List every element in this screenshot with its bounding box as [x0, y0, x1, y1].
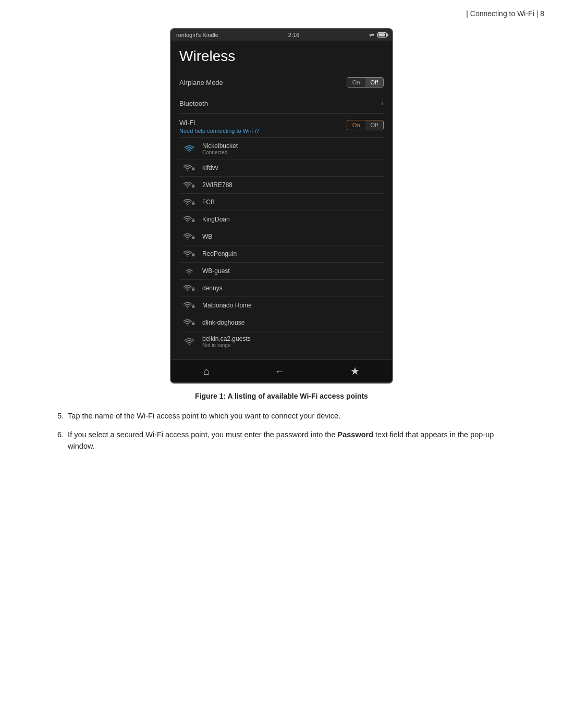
- instructions: Tap the name of the Wi-Fi access point t…: [57, 411, 506, 459]
- wifi-network-item[interactable]: 2WIRE788: [179, 177, 384, 194]
- wifi-signal-icon: [181, 215, 197, 224]
- wifi-signal-icon: [181, 266, 197, 276]
- wifi-signal-icon: [181, 180, 197, 190]
- status-bar-time: 2:16: [288, 32, 299, 38]
- wifi-network-name-area: WB: [202, 233, 382, 240]
- airplane-mode-row: Airplane Mode On Off: [179, 72, 384, 93]
- wifi-network-name: klfdvv: [202, 164, 382, 171]
- wifi-network-list: Nickelbucket Connected: [179, 139, 384, 352]
- wifi-network-name: KingDoan: [202, 216, 382, 223]
- wifi-network-name-area: Nickelbucket Connected: [202, 142, 382, 155]
- wifi-network-name: WB: [202, 233, 382, 240]
- page-header: | Connecting to Wi-Fi | 8: [0, 0, 563, 23]
- wifi-network-name-area: belkin.ca2.guests Not in range: [202, 335, 382, 348]
- svg-rect-2: [192, 203, 195, 205]
- wifi-network-name-area: WB-guest: [202, 267, 382, 275]
- wifi-network-name: FCB: [202, 199, 382, 206]
- svg-rect-7: [192, 306, 195, 308]
- instruction-step-6: If you select a secured Wi-Fi access poi…: [57, 429, 506, 452]
- wifi-network-name-area: 2WIRE788: [202, 181, 382, 189]
- airplane-toggle-group[interactable]: On Off: [347, 77, 384, 88]
- screen-title: Wireless: [179, 48, 384, 65]
- wifi-section-header: Wi-Fi Need help connecting to Wi-Fi? On …: [179, 114, 384, 138]
- wifi-on-button[interactable]: On: [347, 120, 365, 130]
- wifi-signal-icon: [181, 198, 197, 207]
- wifi-network-item[interactable]: Maldonado Home: [179, 297, 384, 314]
- wifi-network-name: 2WIRE788: [202, 181, 382, 189]
- wifi-network-name-area: KingDoan: [202, 216, 382, 223]
- svg-rect-4: [192, 237, 195, 239]
- wifi-signal-indicator: ⇌: [369, 31, 374, 39]
- wifi-network-name: dennys: [202, 285, 382, 292]
- wifi-network-item[interactable]: dlink-doghouse: [179, 314, 384, 331]
- wifi-network-name-area: dennys: [202, 285, 382, 292]
- instruction-6-text: If you select a secured Wi-Fi access poi…: [68, 429, 506, 452]
- airplane-off-button[interactable]: Off: [365, 78, 383, 87]
- svg-rect-1: [192, 186, 195, 188]
- wifi-network-item[interactable]: belkin.ca2.guests Not in range: [179, 331, 384, 352]
- wifi-signal-icon: [181, 163, 197, 172]
- wifi-network-name: dlink-doghouse: [202, 319, 382, 326]
- wifi-network-status: Not in range: [202, 342, 382, 348]
- wifi-network-item[interactable]: dennys: [179, 280, 384, 297]
- wifi-network-name: Nickelbucket: [202, 142, 382, 150]
- wireless-screen: Wireless Airplane Mode On Off Bluetooth …: [171, 41, 392, 359]
- svg-rect-3: [192, 220, 195, 222]
- wifi-network-item[interactable]: KingDoan: [179, 211, 384, 228]
- password-bold: Password: [338, 430, 374, 439]
- page-header-text: | Connecting to Wi-Fi | 8: [466, 9, 544, 18]
- svg-rect-0: [192, 168, 195, 170]
- back-button[interactable]: ←: [275, 365, 285, 377]
- wifi-signal-icon: [181, 283, 197, 293]
- wifi-network-item[interactable]: WB: [179, 228, 384, 245]
- bottom-navigation: ⌂ ← ★: [171, 359, 392, 382]
- wifi-network-item[interactable]: klfdvv: [179, 159, 384, 177]
- wifi-network-item[interactable]: WB-guest: [179, 263, 384, 280]
- wifi-network-status: Connected: [202, 150, 382, 155]
- wifi-off-button[interactable]: Off: [365, 120, 383, 130]
- wifi-signal-icon: [181, 249, 197, 258]
- status-bar-device-name: rontogirl's Kindle: [176, 32, 218, 38]
- instruction-step-5: Tap the name of the Wi-Fi access point t…: [57, 411, 506, 422]
- bookmark-button[interactable]: ★: [350, 365, 360, 377]
- device-screenshot: rontogirl's Kindle 2:16 ⇌ Wireless Airpl…: [170, 28, 393, 384]
- wifi-network-item[interactable]: Nickelbucket Connected: [179, 139, 384, 159]
- wifi-help-link[interactable]: Need help connecting to Wi-Fi?: [179, 128, 259, 134]
- wifi-signal-icon: [181, 144, 197, 154]
- airplane-mode-toggle[interactable]: On Off: [347, 77, 384, 88]
- instruction-5-text: Tap the name of the Wi-Fi access point t…: [68, 411, 340, 422]
- wifi-signal-icon: [181, 318, 197, 327]
- wifi-network-item[interactable]: RedPenguin: [179, 245, 384, 263]
- wifi-label-group: Wi-Fi Need help connecting to Wi-Fi?: [179, 119, 259, 134]
- wifi-network-name-area: dlink-doghouse: [202, 319, 382, 326]
- wifi-network-name-area: RedPenguin: [202, 250, 382, 257]
- home-button[interactable]: ⌂: [203, 365, 210, 377]
- wifi-label: Wi-Fi: [179, 119, 259, 127]
- main-content: rontogirl's Kindle 2:16 ⇌ Wireless Airpl…: [0, 23, 563, 480]
- wifi-network-name: Maldonado Home: [202, 302, 382, 309]
- wifi-network-name: RedPenguin: [202, 250, 382, 257]
- airplane-on-button[interactable]: On: [347, 78, 365, 87]
- bluetooth-chevron-icon: ›: [381, 98, 384, 108]
- status-bar: rontogirl's Kindle 2:16 ⇌: [171, 29, 392, 41]
- bluetooth-row[interactable]: Bluetooth ›: [179, 93, 384, 114]
- wifi-network-name-area: klfdvv: [202, 164, 382, 171]
- figure-caption: Figure 1: A listing of available Wi-Fi a…: [195, 392, 368, 400]
- wifi-signal-icon: [181, 232, 197, 241]
- wifi-network-item[interactable]: FCB: [179, 194, 384, 211]
- svg-rect-8: [192, 323, 195, 325]
- svg-rect-5: [192, 254, 195, 256]
- status-bar-right: ⇌: [369, 31, 387, 39]
- wifi-network-name-area: FCB: [202, 199, 382, 206]
- wifi-network-name: belkin.ca2.guests: [202, 335, 382, 342]
- svg-rect-6: [192, 289, 195, 291]
- bluetooth-label: Bluetooth: [179, 100, 208, 107]
- wifi-network-name-area: Maldonado Home: [202, 302, 382, 309]
- battery-icon: [377, 32, 387, 38]
- wifi-signal-icon: [181, 301, 197, 310]
- airplane-mode-label: Airplane Mode: [179, 79, 223, 87]
- wifi-signal-icon: [181, 337, 197, 347]
- wifi-toggle-group[interactable]: On Off: [347, 120, 384, 130]
- wifi-network-name: WB-guest: [202, 267, 382, 275]
